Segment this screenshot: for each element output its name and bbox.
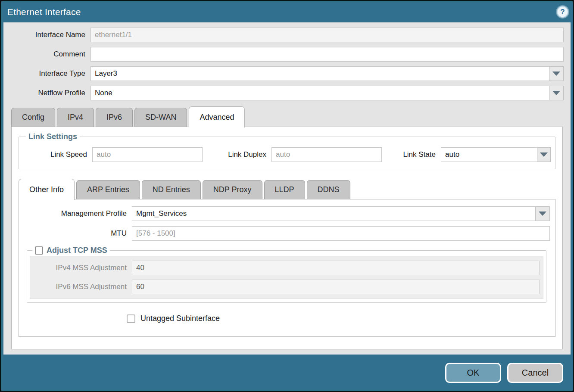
tab-ndp-proxy[interactable]: NDP Proxy xyxy=(203,180,262,199)
ipv4-mss-field xyxy=(132,261,540,275)
tab-lldp[interactable]: LLDP xyxy=(264,180,305,199)
tab-config[interactable]: Config xyxy=(11,108,55,127)
ipv6-mss-field xyxy=(132,280,540,294)
interface-type-row: Interface Type xyxy=(10,66,564,81)
tab-advanced[interactable]: Advanced xyxy=(189,106,245,128)
interface-name-row: Interface Name xyxy=(10,28,564,42)
management-profile-row: Management Profile xyxy=(24,206,550,221)
link-settings-fieldset: Link Settings Link Speed Link Duplex Lin… xyxy=(19,132,555,169)
link-speed-label: Link Speed xyxy=(23,150,92,159)
comment-field[interactable] xyxy=(90,47,564,62)
interface-type-dropdown-button[interactable] xyxy=(549,66,564,81)
tab-other-info[interactable]: Other Info xyxy=(19,179,75,200)
main-tab-bar: Config IPv4 IPv6 SD-WAN Advanced xyxy=(11,106,571,127)
link-state-field[interactable] xyxy=(441,147,537,162)
management-profile-combo xyxy=(132,206,550,221)
tab-ipv4[interactable]: IPv4 xyxy=(57,108,94,127)
interface-type-combo xyxy=(90,66,564,81)
ipv4-mss-row: IPv4 MSS Adjustment xyxy=(34,261,540,275)
chevron-down-icon xyxy=(552,72,560,76)
netflow-profile-row: Netflow Profile xyxy=(10,86,564,100)
mtu-row: MTU xyxy=(24,226,550,241)
tab-ipv6[interactable]: IPv6 xyxy=(96,108,133,127)
mtu-label: MTU xyxy=(24,229,132,238)
comment-label: Comment xyxy=(10,50,90,59)
title-bar: Ethernet Interface ? xyxy=(1,1,573,22)
management-profile-dropdown-button[interactable] xyxy=(535,206,550,221)
link-state-label: Link State xyxy=(382,150,441,159)
link-duplex-field[interactable] xyxy=(271,147,382,162)
untagged-subinterface-row: Untagged Subinterface xyxy=(127,314,550,323)
chevron-down-icon xyxy=(540,152,548,157)
dialog-footer: OK Cancel xyxy=(1,355,573,391)
link-speed-field[interactable] xyxy=(92,147,203,162)
link-state-dropdown-button[interactable] xyxy=(537,147,551,162)
netflow-profile-label: Netflow Profile xyxy=(10,89,90,97)
help-icon[interactable]: ? xyxy=(557,6,568,18)
untagged-subinterface-label: Untagged Subinterface xyxy=(140,314,220,323)
advanced-tab-panel: Link Settings Link Speed Link Duplex Lin… xyxy=(11,127,563,349)
adjust-tcp-mss-checkbox[interactable] xyxy=(35,246,43,255)
ipv6-mss-row: IPv6 MSS Adjustment xyxy=(34,280,540,294)
cancel-button[interactable]: Cancel xyxy=(507,363,563,383)
link-settings-legend: Link Settings xyxy=(26,132,80,141)
ipv4-mss-label: IPv4 MSS Adjustment xyxy=(34,264,132,272)
inner-tab-bar: Other Info ARP Entries ND Entries NDP Pr… xyxy=(19,179,555,199)
link-duplex-label: Link Duplex xyxy=(203,150,271,159)
other-info-panel: Management Profile MTU xyxy=(19,199,555,337)
adjust-tcp-mss-legend-wrap: Adjust TCP MSS xyxy=(32,246,110,255)
dialog-body: Interface Name Comment Interface Type Ne… xyxy=(3,22,571,355)
ok-button[interactable]: OK xyxy=(445,363,501,383)
tab-nd-entries[interactable]: ND Entries xyxy=(142,180,201,199)
management-profile-field[interactable] xyxy=(132,206,535,221)
ethernet-interface-dialog: Ethernet Interface ? Interface Name Comm… xyxy=(0,0,574,392)
interface-name-label: Interface Name xyxy=(10,31,90,39)
link-settings-row: Link Speed Link Duplex Link State xyxy=(23,147,551,162)
netflow-profile-dropdown-button[interactable] xyxy=(549,86,564,100)
chevron-down-icon xyxy=(552,91,560,95)
comment-row: Comment xyxy=(10,47,564,62)
tab-sdwan[interactable]: SD-WAN xyxy=(134,108,187,127)
mtu-field[interactable] xyxy=(132,226,550,241)
interface-name-field xyxy=(90,28,564,42)
interface-type-label: Interface Type xyxy=(10,69,90,78)
mss-panel: IPv4 MSS Adjustment IPv6 MSS Adjustment xyxy=(30,256,543,299)
adjust-tcp-mss-label: Adjust TCP MSS xyxy=(47,246,107,255)
adjust-tcp-mss-fieldset: Adjust TCP MSS IPv4 MSS Adjustment IPv6 … xyxy=(27,246,546,303)
tab-ddns[interactable]: DDNS xyxy=(307,180,350,199)
management-profile-label: Management Profile xyxy=(24,209,132,218)
chevron-down-icon xyxy=(539,212,546,216)
netflow-profile-field[interactable] xyxy=(90,86,549,100)
interface-type-field[interactable] xyxy=(90,66,549,81)
ipv6-mss-label: IPv6 MSS Adjustment xyxy=(34,283,132,291)
tab-arp-entries[interactable]: ARP Entries xyxy=(76,180,140,199)
link-state-combo xyxy=(441,147,551,162)
untagged-subinterface-checkbox[interactable] xyxy=(127,314,135,323)
netflow-profile-combo xyxy=(90,86,564,100)
dialog-title: Ethernet Interface xyxy=(7,7,81,17)
